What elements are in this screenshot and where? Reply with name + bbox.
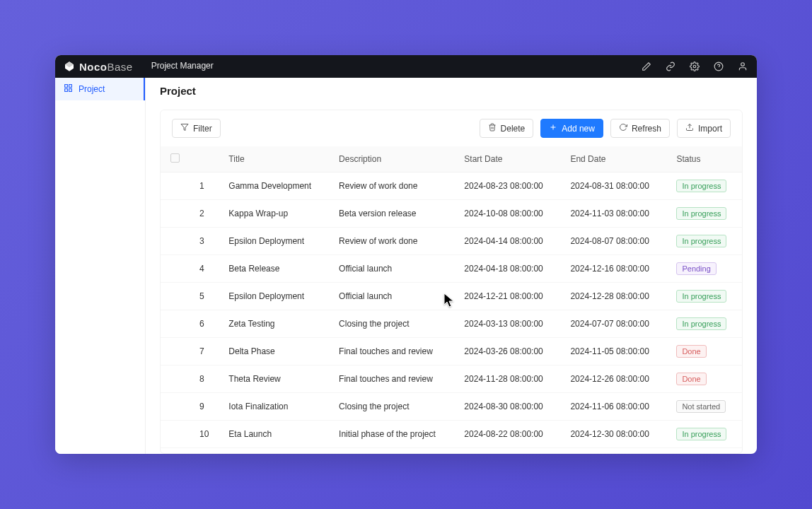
row-index: 3 [190,228,219,255]
table-row[interactable]: 8Theta ReviewFinal touches and review202… [161,365,742,393]
help-icon[interactable] [713,61,724,72]
import-button[interactable]: Import [677,119,731,138]
row-description: Closing the project [329,310,454,338]
row-end-date: 2024-11-05 08:00:00 [560,338,666,365]
col-description[interactable]: Description [329,146,454,172]
logo-text-2: Base [108,61,133,73]
row-checkbox-cell[interactable] [161,310,190,338]
app-window: NocoBase Project Manager Project Project [55,55,757,454]
projects-table: Title Description Start Date End Date St… [161,146,742,448]
row-checkbox-cell[interactable] [161,255,190,283]
logo-icon [64,61,75,72]
row-end-date: 2024-11-06 08:00:00 [560,393,666,421]
row-start-date: 2024-10-08 08:00:00 [454,200,560,228]
row-description: Initial phase of the project [329,421,454,448]
status-badge: In progress [676,428,726,440]
table-row[interactable]: 6Zeta TestingClosing the project2024-03-… [161,310,742,338]
col-title[interactable]: Title [219,146,329,172]
row-description: Official launch [329,255,454,283]
table-row[interactable]: 7Delta PhaseFinal touches and review2024… [161,338,742,365]
table-row[interactable]: 1Gamma DevelopmentReview of work done202… [161,172,742,200]
status-badge: In progress [676,317,726,330]
table-header-row: Title Description Start Date End Date St… [161,146,742,172]
row-status: In progress [666,310,742,338]
sidebar-item-label: Project [79,84,105,94]
filter-icon [180,123,189,134]
row-description: Official launch [329,283,454,310]
table-grid-icon [64,83,73,95]
row-start-date: 2024-08-30 08:00:00 [454,393,560,421]
row-status: In progress [666,200,742,228]
status-badge: Not started [676,400,726,413]
row-index: 2 [190,200,219,228]
svg-point-3 [741,63,745,66]
page-title: Project [146,78,757,104]
topbar: NocoBase Project Manager [55,55,757,78]
row-status: Not started [666,393,742,421]
row-checkbox-cell[interactable] [161,338,190,365]
row-checkbox-cell[interactable] [161,283,190,310]
row-description: Closing the project [329,393,454,421]
table-toolbar: Filter Delete Add new Refresh [161,110,742,146]
row-status: Done [666,338,742,365]
top-tab-project-manager[interactable]: Project Manager [146,55,219,78]
logo-text-1: Noco [79,61,108,73]
table-row[interactable]: 2Kappa Wrap-upBeta version release2024-1… [161,200,742,228]
status-badge: Done [676,373,706,385]
row-index: 1 [190,172,219,200]
row-checkbox-cell[interactable] [161,200,190,228]
row-status: In progress [666,228,742,255]
row-title: Gamma Development [219,172,329,200]
row-checkbox-cell[interactable] [161,421,190,448]
table-row[interactable]: 3Epsilon DeploymentReview of work done20… [161,228,742,255]
main-panel: Project Filter Delete Add new [146,78,757,454]
sidebar-item-project[interactable]: Project [55,78,145,100]
svg-point-0 [693,65,696,68]
row-checkbox-cell[interactable] [161,172,190,200]
svg-rect-7 [69,89,72,92]
row-index: 4 [190,255,219,283]
plus-icon [549,123,557,134]
table-row[interactable]: 5Epsilon DeploymentOfficial launch2024-1… [161,283,742,310]
row-checkbox-cell[interactable] [161,393,190,421]
table-row[interactable]: 4Beta ReleaseOfficial launch2024-04-18 0… [161,255,742,283]
add-new-button[interactable]: Add new [540,119,603,138]
refresh-button[interactable]: Refresh [610,119,670,138]
col-start-date[interactable]: Start Date [454,146,560,172]
checkbox-icon[interactable] [170,153,180,163]
content-card: Filter Delete Add new Refresh [160,110,743,454]
row-index: 9 [190,393,219,421]
col-end-date[interactable]: End Date [560,146,666,172]
row-title: Epsilon Deployment [219,228,329,255]
row-status: In progress [666,283,742,310]
settings-icon[interactable] [689,61,700,72]
delete-button[interactable]: Delete [480,119,534,138]
user-icon[interactable] [737,61,748,72]
col-status[interactable]: Status [666,146,742,172]
table-row[interactable]: 10Eta LaunchInitial phase of the project… [161,421,742,448]
row-start-date: 2024-08-23 08:00:00 [454,172,560,200]
select-all-col[interactable] [161,146,190,172]
row-checkbox-cell[interactable] [161,365,190,393]
row-end-date: 2024-07-07 08:00:00 [560,310,666,338]
table-row[interactable]: 9Iota FinalizationClosing the project202… [161,393,742,421]
row-start-date: 2024-03-13 08:00:00 [454,310,560,338]
edit-icon[interactable] [641,61,652,72]
row-status: In progress [666,421,742,448]
row-title: Eta Launch [219,421,329,448]
row-end-date: 2024-12-28 08:00:00 [560,283,666,310]
index-col [190,146,219,172]
row-start-date: 2024-03-26 08:00:00 [454,338,560,365]
row-status: Done [666,365,742,393]
row-checkbox-cell[interactable] [161,228,190,255]
status-badge: Pending [676,262,716,275]
filter-button[interactable]: Filter [172,119,221,138]
refresh-icon [619,123,627,134]
row-description: Final touches and review [329,365,454,393]
link-icon[interactable] [665,61,676,72]
row-title: Iota Finalization [219,393,329,421]
app-logo[interactable]: NocoBase [64,61,133,73]
row-description: Review of work done [329,172,454,200]
row-status: In progress [666,172,742,200]
row-start-date: 2024-04-14 08:00:00 [454,228,560,255]
